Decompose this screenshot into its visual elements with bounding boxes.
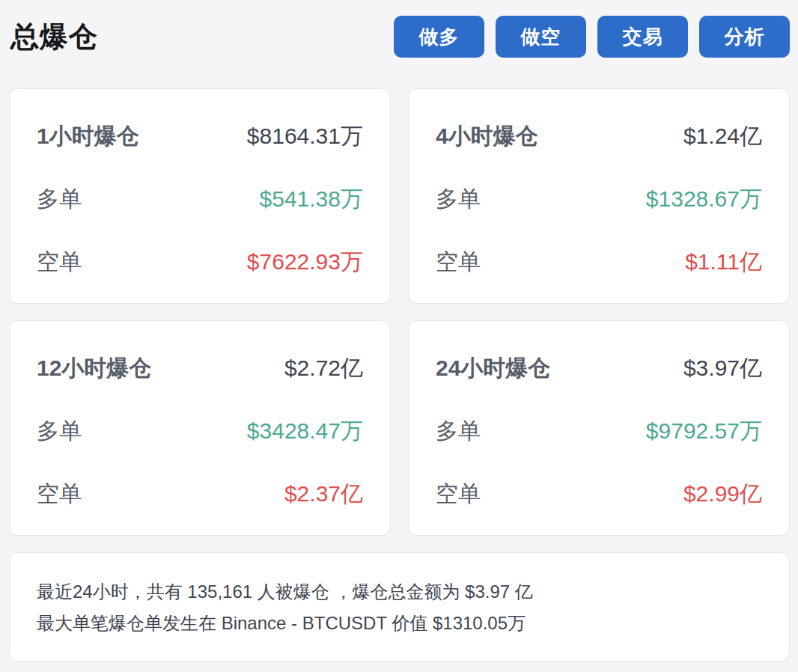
liquidation-card-12h: 12小时爆仓 $2.72亿 多单 $3428.47万 空单 $2.37亿 [9, 320, 391, 536]
long-value: $9792.57万 [646, 420, 762, 442]
card-header-row: 12小时爆仓 $2.72亿 [37, 357, 363, 379]
long-label: 多单 [436, 188, 481, 210]
card-total-value: $2.72亿 [284, 357, 363, 379]
liquidation-card-1h: 1小时爆仓 $8164.31万 多单 $541.38万 空单 $7622.93万 [9, 88, 391, 304]
card-total-value: $8164.31万 [247, 125, 363, 147]
card-header-row: 1小时爆仓 $8164.31万 [37, 125, 363, 147]
long-value: $541.38万 [260, 188, 363, 210]
trade-button[interactable]: 交易 [597, 16, 688, 58]
short-row: 空单 $1.11亿 [436, 251, 762, 273]
card-title: 1小时爆仓 [37, 125, 139, 147]
long-row: 多单 $3428.47万 [37, 420, 363, 442]
long-label: 多单 [436, 420, 481, 442]
summary-card: 最近24小时，共有 135,161 人被爆仓 ，爆仓总金额为 $3.97 亿 最… [9, 552, 790, 662]
long-value: $1328.67万 [646, 188, 762, 210]
card-header-row: 24小时爆仓 $3.97亿 [436, 357, 762, 379]
long-label: 多单 [37, 188, 82, 210]
short-value: $7622.93万 [247, 251, 363, 273]
header: 总爆仓 做多 做空 交易 分析 [0, 0, 798, 58]
liquidation-card-24h: 24小时爆仓 $3.97亿 多单 $9792.57万 空单 $2.99亿 [408, 320, 790, 536]
long-button[interactable]: 做多 [394, 16, 484, 58]
short-label: 空单 [37, 483, 82, 505]
long-row: 多单 $9792.57万 [436, 420, 762, 442]
short-row: 空单 $7622.93万 [37, 251, 363, 273]
short-label: 空单 [436, 251, 481, 273]
summary-line-2: 最大单笔爆仓单发生在 Binance - BTCUSDT 价值 $1310.05… [37, 608, 762, 639]
short-label: 空单 [436, 483, 481, 505]
card-header-row: 4小时爆仓 $1.24亿 [436, 125, 762, 147]
short-row: 空单 $2.37亿 [37, 483, 363, 505]
summary-line-1: 最近24小时，共有 135,161 人被爆仓 ，爆仓总金额为 $3.97 亿 [37, 576, 762, 608]
long-label: 多单 [37, 420, 82, 442]
long-row: 多单 $541.38万 [37, 188, 363, 210]
card-total-value: $1.24亿 [683, 125, 762, 147]
short-label: 空单 [37, 251, 82, 273]
toolbar: 做多 做空 交易 分析 [394, 16, 790, 58]
liquidation-cards-grid: 1小时爆仓 $8164.31万 多单 $541.38万 空单 $7622.93万… [9, 88, 790, 536]
card-title: 4小时爆仓 [436, 125, 538, 147]
liquidation-card-4h: 4小时爆仓 $1.24亿 多单 $1328.67万 空单 $1.11亿 [408, 88, 790, 304]
short-value: $2.99亿 [683, 483, 762, 505]
short-value: $1.11亿 [685, 251, 762, 273]
card-total-value: $3.97亿 [683, 357, 762, 379]
card-title: 24小时爆仓 [436, 357, 550, 379]
page-title: 总爆仓 [10, 18, 98, 56]
short-row: 空单 $2.99亿 [436, 483, 762, 505]
long-value: $3428.47万 [247, 420, 363, 442]
long-row: 多单 $1328.67万 [436, 188, 762, 210]
card-title: 12小时爆仓 [37, 357, 151, 379]
short-value: $2.37亿 [284, 483, 363, 505]
short-button[interactable]: 做空 [496, 16, 586, 58]
analyze-button[interactable]: 分析 [699, 16, 790, 58]
